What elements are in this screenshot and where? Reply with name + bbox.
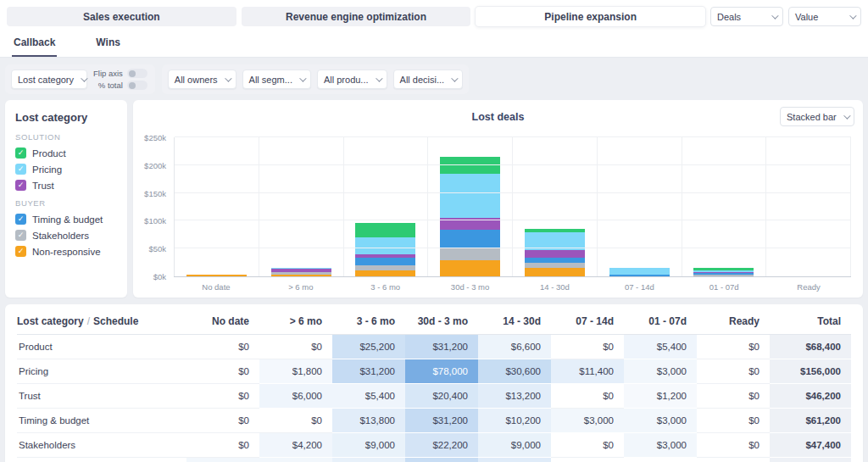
- value-cell[interactable]: $0: [697, 335, 770, 359]
- value-cell[interactable]: $31,200: [332, 359, 405, 384]
- stacked-bar[interactable]: [693, 268, 754, 276]
- value-cell[interactable]: $0: [551, 335, 624, 359]
- total-cell[interactable]: $59,400: [770, 458, 851, 462]
- value-cell[interactable]: $0: [186, 433, 259, 458]
- filter-select-all-decisi-[interactable]: All decisi...: [393, 70, 464, 89]
- value-cell[interactable]: $31,200: [405, 409, 478, 433]
- total-cell[interactable]: $46,200: [770, 384, 851, 409]
- legend-item-timing-budget[interactable]: ✓Timing & budget: [15, 214, 117, 225]
- category-select[interactable]: Lost category: [11, 70, 87, 89]
- stacked-bar[interactable]: [440, 157, 500, 276]
- value-cell[interactable]: $1,200: [624, 384, 697, 409]
- value-cell[interactable]: $5,400: [624, 335, 697, 359]
- legend-item-stakeholders[interactable]: ✓Stakeholders: [15, 230, 117, 241]
- value-cell[interactable]: $0: [186, 335, 259, 359]
- value-cell[interactable]: $10,200: [478, 409, 551, 433]
- legend-item-trust[interactable]: ✓Trust: [15, 180, 117, 191]
- bar-segment-stakeholders[interactable]: [440, 248, 500, 260]
- value-cell[interactable]: $14,400: [478, 458, 551, 462]
- chart-type-select[interactable]: Stacked bar: [780, 107, 854, 126]
- value-cell[interactable]: $22,200: [405, 433, 478, 458]
- value-cell[interactable]: $0: [697, 359, 770, 384]
- value-cell[interactable]: $0: [624, 458, 697, 462]
- top-tab-sales-execution[interactable]: Sales execution: [7, 7, 236, 26]
- checkbox-checked-icon[interactable]: ✓: [15, 164, 26, 175]
- value-cell[interactable]: $3,000: [624, 433, 697, 458]
- bar-segment-product[interactable]: [440, 157, 500, 175]
- value-cell[interactable]: $3,000: [259, 458, 332, 462]
- stacked-bar[interactable]: [271, 268, 331, 276]
- value-cell[interactable]: $5,400: [332, 384, 405, 409]
- value-cell[interactable]: $6,600: [478, 335, 551, 359]
- bar-segment-timing-budget[interactable]: [355, 258, 415, 265]
- bar-segment-pricing[interactable]: [355, 237, 415, 255]
- value-cell[interactable]: $25,200: [332, 335, 405, 359]
- bar-segment-pricing[interactable]: [609, 268, 670, 275]
- total-cell[interactable]: $61,200: [770, 409, 851, 433]
- value-cell[interactable]: $9,000: [332, 433, 405, 458]
- bar-segment-pricing[interactable]: [440, 174, 500, 218]
- value-cell[interactable]: $0: [551, 384, 624, 409]
- value-cell[interactable]: $1,800: [259, 359, 332, 384]
- stacked-bar[interactable]: [525, 229, 585, 276]
- checkbox-checked-icon[interactable]: ✓: [15, 180, 26, 191]
- bar-segment-timing-budget[interactable]: [525, 258, 585, 264]
- value-cell[interactable]: $0: [697, 384, 770, 409]
- total-cell[interactable]: $68,400: [770, 335, 851, 359]
- checkbox-checked-icon[interactable]: ✓: [15, 246, 26, 257]
- flip-axis-toggle[interactable]: [127, 69, 147, 78]
- value-cell[interactable]: $13,200: [478, 384, 551, 409]
- value-cell[interactable]: $28,800: [405, 458, 478, 462]
- value-cell[interactable]: $0: [259, 335, 332, 359]
- bar-segment-trust[interactable]: [525, 250, 585, 258]
- table-row-stakeholders: Stakeholders$0$4,200$9,000$22,200$9,000$…: [17, 433, 851, 458]
- subtab-wins[interactable]: Wins: [94, 32, 122, 57]
- value-cell[interactable]: $4,200: [259, 433, 332, 458]
- bar-segment-non-responsive[interactable]: [440, 260, 500, 276]
- value-cell[interactable]: $13,800: [332, 409, 405, 433]
- value-cell[interactable]: $0: [697, 458, 770, 462]
- value-cell[interactable]: $0: [551, 458, 624, 462]
- value-cell[interactable]: $0: [186, 384, 259, 409]
- bar-segment-product[interactable]: [355, 223, 415, 237]
- top-tab-revenue-engine-optimization[interactable]: Revenue engine optimization: [242, 7, 471, 26]
- value-cell[interactable]: $3,000: [551, 409, 624, 433]
- subtab-callback[interactable]: Callback: [12, 32, 57, 57]
- chevron-down-icon: [225, 75, 231, 81]
- value-cell[interactable]: $20,400: [405, 384, 478, 409]
- value-cell[interactable]: $0: [551, 433, 624, 458]
- value-cell[interactable]: $11,400: [551, 359, 624, 384]
- checkbox-checked-icon[interactable]: ✓: [15, 230, 26, 241]
- percent-total-toggle[interactable]: [127, 81, 147, 90]
- value-select[interactable]: Value: [788, 7, 861, 26]
- legend-item-pricing[interactable]: ✓Pricing: [15, 164, 117, 175]
- total-cell[interactable]: $156,000: [770, 359, 851, 384]
- value-cell[interactable]: $6,000: [259, 384, 332, 409]
- value-cell[interactable]: $31,200: [405, 335, 478, 359]
- value-cell[interactable]: $30,600: [478, 359, 551, 384]
- filter-select-all-segm-[interactable]: All segm...: [242, 70, 311, 89]
- value-cell[interactable]: $9,000: [478, 433, 551, 458]
- value-cell[interactable]: $0: [697, 433, 770, 458]
- bar-segment-timing-budget[interactable]: [440, 230, 500, 248]
- value-cell[interactable]: $3,000: [186, 458, 259, 462]
- checkbox-checked-icon[interactable]: ✓: [15, 214, 26, 225]
- value-cell[interactable]: $10,200: [332, 458, 405, 462]
- checkbox-checked-icon[interactable]: ✓: [15, 148, 26, 159]
- value-cell[interactable]: $78,000: [405, 359, 478, 384]
- legend-item-product[interactable]: ✓Product: [15, 148, 117, 159]
- legend-item-non-responsive[interactable]: ✓Non-responsive: [15, 246, 117, 257]
- top-tab-pipeline-expansion[interactable]: Pipeline expansion: [476, 7, 705, 26]
- stacked-bar[interactable]: [355, 223, 415, 276]
- value-cell[interactable]: $3,000: [624, 409, 697, 433]
- value-cell[interactable]: $0: [259, 409, 332, 433]
- value-cell[interactable]: $3,000: [624, 359, 697, 384]
- deals-select[interactable]: Deals: [710, 7, 783, 26]
- filter-select-all-produ-[interactable]: All produ...: [317, 70, 387, 89]
- bar-slot-no-date: [175, 137, 259, 276]
- total-cell[interactable]: $47,400: [770, 433, 851, 458]
- value-cell[interactable]: $0: [186, 359, 259, 384]
- filter-select-all-owners[interactable]: All owners: [168, 70, 236, 89]
- value-cell[interactable]: $0: [186, 409, 259, 433]
- value-cell[interactable]: $0: [697, 409, 770, 433]
